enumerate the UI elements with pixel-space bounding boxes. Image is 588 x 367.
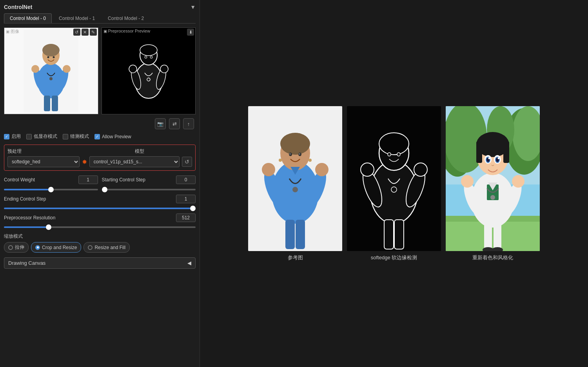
guess-checkbox[interactable] <box>63 134 68 139</box>
svg-point-36 <box>289 153 291 154</box>
preprocessor-res-slider[interactable] <box>4 226 196 228</box>
camera-icon-btn[interactable]: 📷 <box>155 118 166 129</box>
right-panel: 参考图 <box>200 0 588 367</box>
result-item-edge: softedge 软边缘检测 <box>347 106 441 261</box>
panel-title: ControlNet <box>4 4 32 10</box>
preview-download-btn[interactable]: ⬇ <box>187 29 194 36</box>
source-edit-btn[interactable]: ✎ <box>90 29 97 36</box>
control-weight-value[interactable] <box>78 175 98 184</box>
svg-point-52 <box>397 152 400 156</box>
option-guess[interactable]: 猜测模式 <box>63 133 89 140</box>
source-refresh-btn[interactable]: ↺ <box>73 29 80 36</box>
control-weight-slider[interactable] <box>4 189 98 190</box>
star-icon[interactable]: ✸ <box>82 158 87 166</box>
zoom-mode-buttons: 拉伸 Crop and Resize Resize and Fill <box>4 242 196 253</box>
svg-point-20 <box>160 65 168 73</box>
svg-rect-69 <box>503 141 509 163</box>
svg-rect-85 <box>494 224 501 249</box>
ending-step-value[interactable] <box>176 195 196 203</box>
svg-rect-38 <box>285 220 295 249</box>
starting-step-slider[interactable] <box>102 189 196 190</box>
svg-point-10 <box>49 77 53 80</box>
zoom-mode-section: 缩放模式 拉伸 Crop and Resize Resize and Fill <box>4 233 196 253</box>
svg-rect-84 <box>484 224 492 249</box>
zoom-resize-fill-btn[interactable]: Resize and Fill <box>83 242 130 253</box>
svg-rect-39 <box>296 220 305 249</box>
svg-point-82 <box>488 157 490 159</box>
enable-checkbox[interactable]: ✓ <box>4 134 9 139</box>
drawing-canvas-label: Drawing Canvas <box>8 260 45 266</box>
zoom-crop-resize-btn[interactable]: Crop and Resize <box>31 242 81 253</box>
starting-control-step-section: Starting Control Step <box>102 175 196 192</box>
anime-image <box>446 106 540 251</box>
svg-point-40 <box>279 159 282 162</box>
edge-image <box>347 106 441 251</box>
model-refresh-btn[interactable]: ↺ <box>182 157 192 167</box>
crop-resize-radio <box>35 245 40 250</box>
svg-point-32 <box>292 187 298 192</box>
svg-point-48 <box>361 163 374 176</box>
zoom-stretch-btn[interactable]: 拉伸 <box>4 242 29 253</box>
starting-step-value[interactable] <box>176 175 196 184</box>
option-allow-preview[interactable]: ✓ Allow Preview <box>94 134 131 139</box>
action-row: 📷 ⇄ ↑ <box>4 118 196 129</box>
allow-preview-checkbox[interactable]: ✓ <box>94 134 100 139</box>
preview-image-preview <box>102 28 196 114</box>
tab-control-model-1[interactable]: Control Model - 1 <box>53 13 101 23</box>
preprocessor-res-value[interactable] <box>176 213 196 222</box>
ending-step-slider[interactable] <box>4 208 196 209</box>
edge-label: softedge 软边缘检测 <box>371 254 417 261</box>
zoom-mode-label: 缩放模式 <box>4 233 196 240</box>
svg-point-16 <box>140 45 157 56</box>
svg-point-12 <box>53 56 55 58</box>
model-label: 模型 <box>135 148 192 155</box>
svg-point-31 <box>315 163 328 176</box>
svg-rect-8 <box>44 96 50 111</box>
svg-point-83 <box>498 157 500 159</box>
preview-image-box: ▣ Preprocessor Preview ⬇ <box>102 27 196 114</box>
svg-point-74 <box>512 175 524 188</box>
panel-collapse-icon[interactable]: ▼ <box>190 4 196 10</box>
source-image-controls: ↺ ✕ ✎ <box>73 29 97 36</box>
svg-point-37 <box>299 153 300 154</box>
result-item-anime: 重新着色和风格化 <box>446 106 540 261</box>
pm-labels: 预处理 模型 <box>7 148 192 155</box>
svg-point-6 <box>31 65 39 73</box>
pm-controls: softedge_hed none canny depth_midas ✸ co… <box>7 156 192 167</box>
option-low-vram[interactable]: 低显存模式 <box>26 133 57 140</box>
svg-point-7 <box>63 65 71 73</box>
source-image-label: ▣ 图像 <box>6 29 19 34</box>
drawing-canvas-arrow: ◀ <box>187 260 191 266</box>
tab-bar: Control Model - 0 Control Model - 1 Cont… <box>4 13 196 24</box>
upload-icon-btn[interactable]: ↑ <box>183 118 194 129</box>
option-enable[interactable]: ✓ 启用 <box>4 133 21 140</box>
control-weight-label: Control Weight <box>4 177 59 183</box>
svg-point-51 <box>388 152 391 156</box>
options-row: ✓ 启用 低显存模式 猜测模式 ✓ Allow Preview <box>4 133 196 140</box>
svg-rect-68 <box>476 141 482 163</box>
stretch-radio <box>8 245 13 250</box>
swap-icon-btn[interactable]: ⇄ <box>169 118 180 129</box>
tab-control-model-0[interactable]: Control Model - 0 <box>4 13 52 23</box>
tab-control-model-2[interactable]: Control Model - 2 <box>102 13 150 23</box>
ending-step-header: Ending Control Step <box>4 195 196 203</box>
preprocessor-select[interactable]: softedge_hed none canny depth_midas <box>7 156 80 167</box>
resize-fill-radio <box>88 245 93 250</box>
reference-label: 参考图 <box>288 254 303 261</box>
control-weight-header: Control Weight <box>4 175 98 184</box>
model-select[interactable]: control_v11p_sd15_s... none <box>89 156 180 167</box>
image-row: ▣ 图像 ↺ ✕ ✎ <box>4 27 196 114</box>
left-panel: ControlNet ▼ Control Model - 0 Control M… <box>0 0 200 367</box>
svg-point-49 <box>414 163 427 176</box>
source-close-btn[interactable]: ✕ <box>82 29 89 36</box>
drawing-canvas-row[interactable]: Drawing Canvas ◀ <box>4 257 196 269</box>
svg-point-19 <box>129 65 137 73</box>
preview-image-controls: ⬇ <box>187 29 194 36</box>
preview-image-label: ▣ Preprocessor Preview <box>103 29 151 33</box>
result-item-reference: 参考图 <box>248 106 342 261</box>
low-vram-checkbox[interactable] <box>26 134 32 139</box>
svg-point-50 <box>391 187 397 192</box>
preprocessor-resolution-group: Preprocessor Resolution <box>4 213 196 229</box>
svg-point-11 <box>47 56 49 58</box>
svg-point-27 <box>280 133 310 155</box>
